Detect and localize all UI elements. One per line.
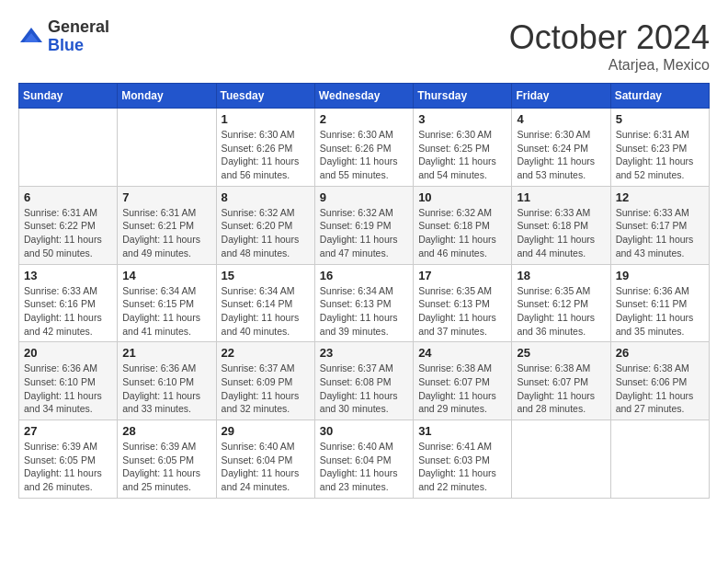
day-number: 14	[122, 269, 210, 282]
calendar-cell: 7Sunrise: 6:31 AMSunset: 6:21 PMDaylight…	[118, 186, 216, 264]
day-number: 12	[616, 190, 704, 204]
calendar-cell: 3Sunrise: 6:30 AMSunset: 6:25 PMDaylight…	[414, 109, 512, 187]
day-detail: Sunrise: 6:41 AMSunset: 6:03 PMDaylight:…	[418, 440, 506, 494]
calendar-cell: 4Sunrise: 6:30 AMSunset: 6:24 PMDaylight…	[512, 109, 610, 187]
day-detail: Sunrise: 6:34 AMSunset: 6:13 PMDaylight:…	[320, 284, 408, 339]
day-detail: Sunrise: 6:38 AMSunset: 6:07 PMDaylight:…	[517, 362, 605, 416]
calendar-cell: 31Sunrise: 6:41 AMSunset: 6:03 PMDayligh…	[414, 420, 512, 499]
day-detail: Sunrise: 6:35 AMSunset: 6:13 PMDaylight:…	[418, 284, 506, 339]
day-number: 2	[320, 112, 408, 126]
day-detail: Sunrise: 6:30 AMSunset: 6:25 PMDaylight:…	[418, 128, 506, 182]
day-detail: Sunrise: 6:39 AMSunset: 6:05 PMDaylight:…	[24, 440, 112, 494]
header-day: Friday	[512, 84, 610, 109]
day-detail: Sunrise: 6:33 AMSunset: 6:18 PMDaylight:…	[517, 206, 605, 260]
day-number: 23	[320, 346, 408, 360]
day-detail: Sunrise: 6:30 AMSunset: 6:24 PMDaylight:…	[517, 128, 605, 182]
header-day: Tuesday	[216, 84, 314, 109]
header: General Blue October 2024 Atarjea, Mexic…	[18, 18, 710, 74]
day-detail: Sunrise: 6:33 AMSunset: 6:16 PMDaylight:…	[24, 284, 112, 339]
day-detail: Sunrise: 6:35 AMSunset: 6:12 PMDaylight:…	[517, 284, 605, 339]
calendar-header: SundayMondayTuesdayWednesdayThursdayFrid…	[19, 84, 710, 109]
location: Atarjea, Mexico	[509, 57, 710, 74]
logo-blue: Blue	[48, 37, 109, 55]
day-detail: Sunrise: 6:37 AMSunset: 6:08 PMDaylight:…	[320, 362, 408, 416]
calendar-cell: 25Sunrise: 6:38 AMSunset: 6:07 PMDayligh…	[512, 342, 610, 420]
day-detail: Sunrise: 6:31 AMSunset: 6:21 PMDaylight:…	[122, 206, 210, 260]
day-number: 6	[24, 190, 112, 204]
day-number: 9	[320, 190, 408, 204]
calendar-cell: 16Sunrise: 6:34 AMSunset: 6:13 PMDayligh…	[314, 264, 413, 342]
day-number: 4	[517, 112, 605, 126]
calendar-table: SundayMondayTuesdayWednesdayThursdayFrid…	[18, 83, 710, 499]
header-day: Thursday	[414, 84, 512, 109]
calendar-week-row: 6Sunrise: 6:31 AMSunset: 6:22 PMDaylight…	[19, 186, 710, 264]
day-detail: Sunrise: 6:36 AMSunset: 6:10 PMDaylight:…	[122, 362, 210, 416]
day-number: 10	[418, 190, 506, 204]
day-number: 22	[222, 346, 310, 360]
day-number: 21	[122, 346, 210, 360]
day-number: 27	[24, 424, 112, 438]
logo: General Blue	[18, 18, 109, 55]
header-day: Monday	[118, 84, 216, 109]
day-number: 3	[418, 112, 506, 126]
calendar-week-row: 27Sunrise: 6:39 AMSunset: 6:05 PMDayligh…	[19, 420, 710, 499]
calendar-cell	[512, 420, 610, 499]
header-day: Wednesday	[314, 84, 413, 109]
logo-general: General	[48, 18, 109, 37]
calendar-cell: 22Sunrise: 6:37 AMSunset: 6:09 PMDayligh…	[216, 342, 314, 420]
calendar-cell: 15Sunrise: 6:34 AMSunset: 6:14 PMDayligh…	[216, 264, 314, 342]
day-number: 25	[517, 346, 605, 360]
calendar-cell: 19Sunrise: 6:36 AMSunset: 6:11 PMDayligh…	[610, 264, 709, 342]
calendar-cell: 28Sunrise: 6:39 AMSunset: 6:05 PMDayligh…	[118, 420, 216, 499]
day-number: 15	[222, 269, 310, 282]
day-detail: Sunrise: 6:36 AMSunset: 6:11 PMDaylight:…	[616, 284, 704, 339]
day-number: 20	[24, 346, 112, 360]
day-detail: Sunrise: 6:32 AMSunset: 6:19 PMDaylight:…	[320, 206, 408, 260]
calendar-week-row: 1Sunrise: 6:30 AMSunset: 6:26 PMDaylight…	[19, 109, 710, 187]
day-detail: Sunrise: 6:32 AMSunset: 6:20 PMDaylight:…	[222, 206, 310, 260]
day-number: 1	[222, 112, 310, 126]
day-number: 8	[222, 190, 310, 204]
day-number: 24	[418, 346, 506, 360]
calendar-cell: 5Sunrise: 6:31 AMSunset: 6:23 PMDaylight…	[610, 109, 709, 187]
calendar-cell: 29Sunrise: 6:40 AMSunset: 6:04 PMDayligh…	[216, 420, 314, 499]
calendar-cell: 17Sunrise: 6:35 AMSunset: 6:13 PMDayligh…	[414, 264, 512, 342]
day-detail: Sunrise: 6:36 AMSunset: 6:10 PMDaylight:…	[24, 362, 112, 416]
header-day: Sunday	[19, 84, 118, 109]
title-area: October 2024 Atarjea, Mexico	[509, 18, 710, 74]
month-title: October 2024	[509, 18, 710, 57]
day-number: 31	[418, 424, 506, 438]
calendar-cell: 6Sunrise: 6:31 AMSunset: 6:22 PMDaylight…	[19, 186, 118, 264]
day-detail: Sunrise: 6:32 AMSunset: 6:18 PMDaylight:…	[418, 206, 506, 260]
day-number: 19	[616, 269, 704, 282]
day-number: 13	[24, 269, 112, 282]
calendar-cell: 24Sunrise: 6:38 AMSunset: 6:07 PMDayligh…	[414, 342, 512, 420]
logo-text: General Blue	[48, 18, 109, 55]
calendar-cell: 13Sunrise: 6:33 AMSunset: 6:16 PMDayligh…	[19, 264, 118, 342]
calendar-cell: 21Sunrise: 6:36 AMSunset: 6:10 PMDayligh…	[118, 342, 216, 420]
day-number: 7	[122, 190, 210, 204]
calendar-cell: 1Sunrise: 6:30 AMSunset: 6:26 PMDaylight…	[216, 109, 314, 187]
day-detail: Sunrise: 6:39 AMSunset: 6:05 PMDaylight:…	[122, 440, 210, 494]
day-number: 5	[616, 112, 704, 126]
day-detail: Sunrise: 6:38 AMSunset: 6:06 PMDaylight:…	[616, 362, 704, 416]
calendar-cell: 10Sunrise: 6:32 AMSunset: 6:18 PMDayligh…	[414, 186, 512, 264]
day-number: 17	[418, 269, 506, 282]
calendar-week-row: 20Sunrise: 6:36 AMSunset: 6:10 PMDayligh…	[19, 342, 710, 420]
day-detail: Sunrise: 6:30 AMSunset: 6:26 PMDaylight:…	[222, 128, 310, 182]
day-detail: Sunrise: 6:37 AMSunset: 6:09 PMDaylight:…	[222, 362, 310, 416]
calendar-cell	[610, 420, 709, 499]
calendar-cell	[19, 109, 118, 187]
day-detail: Sunrise: 6:40 AMSunset: 6:04 PMDaylight:…	[222, 440, 310, 494]
day-detail: Sunrise: 6:30 AMSunset: 6:26 PMDaylight:…	[320, 128, 408, 182]
day-number: 30	[320, 424, 408, 438]
calendar-cell: 12Sunrise: 6:33 AMSunset: 6:17 PMDayligh…	[610, 186, 709, 264]
day-detail: Sunrise: 6:34 AMSunset: 6:15 PMDaylight:…	[122, 284, 210, 339]
header-day: Saturday	[610, 84, 709, 109]
day-number: 18	[517, 269, 605, 282]
calendar-cell: 18Sunrise: 6:35 AMSunset: 6:12 PMDayligh…	[512, 264, 610, 342]
day-detail: Sunrise: 6:40 AMSunset: 6:04 PMDaylight:…	[320, 440, 408, 494]
day-detail: Sunrise: 6:31 AMSunset: 6:23 PMDaylight:…	[616, 128, 704, 182]
calendar-cell: 11Sunrise: 6:33 AMSunset: 6:18 PMDayligh…	[512, 186, 610, 264]
day-detail: Sunrise: 6:31 AMSunset: 6:22 PMDaylight:…	[24, 206, 112, 260]
